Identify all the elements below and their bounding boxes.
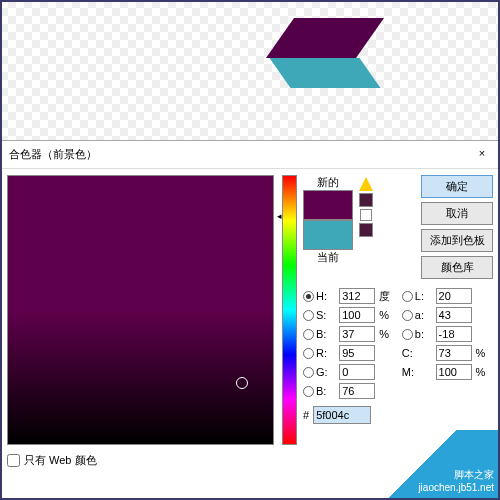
hex-prefix: # [303,409,309,421]
current-color-swatch[interactable] [303,220,353,250]
web-colors-checkbox[interactable] [7,454,20,467]
input-b[interactable] [436,326,472,342]
current-label: 当前 [303,250,353,265]
input-bv[interactable] [339,326,375,342]
gamut-warning-icon[interactable] [359,177,373,191]
radio-s[interactable] [303,310,314,321]
radio-h[interactable] [303,291,314,302]
input-h[interactable] [339,288,375,304]
canvas-area [0,0,500,140]
hue-slider[interactable]: ◂ [282,175,297,445]
add-swatch-button[interactable]: 添加到色板 [421,229,493,252]
cube-mini-swatch[interactable] [359,223,373,237]
new-color-swatch[interactable] [303,190,353,220]
cube-bottom-face [269,58,380,88]
right-panel: 新的 当前 确定 取消 添加到色板 颜色库 [303,175,493,468]
close-icon[interactable]: × [473,147,491,162]
gamut-mini-swatch[interactable] [359,193,373,207]
cube-icon[interactable] [360,209,372,221]
input-hex[interactable] [313,406,371,424]
input-a[interactable] [436,307,472,323]
ok-button[interactable]: 确定 [421,175,493,198]
input-r[interactable] [339,345,375,361]
radio-bc[interactable] [303,386,314,397]
radio-l[interactable] [402,291,413,302]
input-c[interactable] [436,345,472,361]
input-l[interactable] [436,288,472,304]
new-label: 新的 [303,175,353,190]
watermark: 脚本之家 jiaochen.jb51.net [380,430,500,500]
radio-a[interactable] [402,310,413,321]
radio-r[interactable] [303,348,314,359]
color-libraries-button[interactable]: 颜色库 [421,256,493,279]
input-s[interactable] [339,307,375,323]
dialog-title: 合色器（前景色） [9,147,97,162]
titlebar: 合色器（前景色） × [1,141,499,169]
color-field-panel: ◂ 只有 Web 颜色 [7,175,297,468]
saturation-brightness-field[interactable] [7,175,274,445]
input-bc[interactable] [339,383,375,399]
cancel-button[interactable]: 取消 [421,202,493,225]
cube-top-face [266,18,384,58]
hue-marker: ◂ [277,211,282,221]
radio-bv[interactable] [303,329,314,340]
web-colors-label: 只有 Web 颜色 [24,453,97,468]
radio-g[interactable] [303,367,314,378]
input-g[interactable] [339,364,375,380]
color-value-fields: H:度 L: S:% a: B:% b: R: C:% G: M:% B: [303,288,493,399]
input-m[interactable] [436,364,472,380]
radio-b[interactable] [402,329,413,340]
